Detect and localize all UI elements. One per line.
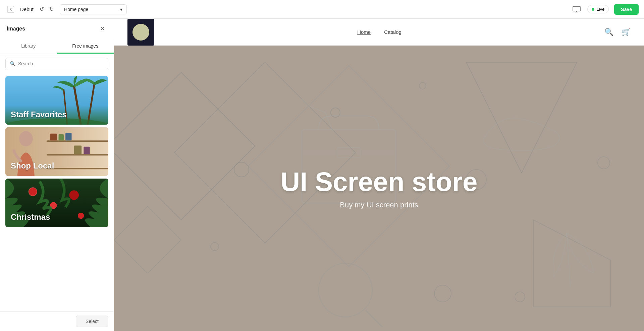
save-button[interactable]: Save <box>614 4 639 15</box>
desktop-icon[interactable] <box>571 4 582 15</box>
svg-rect-1 <box>573 6 580 11</box>
search-icon: 🔍 <box>10 61 15 66</box>
svg-rect-15 <box>84 147 90 154</box>
select-area: Select <box>0 311 114 331</box>
nav-link-catalog[interactable]: Catalog <box>384 29 401 35</box>
shop-local-label: Shop Local <box>11 161 54 171</box>
topbar-left: Debut ↺ ↻ Home page ▾ <box>5 4 127 15</box>
staff-favorites-label: Staff Favorites <box>11 110 67 119</box>
live-label: Live <box>596 7 604 12</box>
store-logo <box>127 19 154 46</box>
list-item[interactable]: Staff Favorites <box>5 76 108 125</box>
chevron-down-icon: ▾ <box>120 7 122 12</box>
svg-rect-14 <box>74 146 82 154</box>
svg-rect-13 <box>65 133 71 141</box>
svg-rect-12 <box>59 134 64 140</box>
store-nav-icons: 🔍 🛒 <box>604 28 631 37</box>
page-dropdown[interactable]: Home page ▾ <box>60 4 127 14</box>
topbar: Debut ↺ ↻ Home page ▾ Live Save <box>0 0 644 19</box>
page-dropdown-label: Home page <box>64 7 88 12</box>
list-item[interactable]: Christmas <box>5 179 108 227</box>
store-nav-links: Home Catalog <box>357 29 401 35</box>
preview-area: Home Catalog 🔍 🛒 <box>114 19 644 331</box>
tab-library[interactable]: Library <box>0 39 57 54</box>
svg-rect-11 <box>50 134 57 140</box>
search-box: 🔍 <box>5 58 108 69</box>
store-nav: Home Catalog 🔍 🛒 <box>114 19 644 46</box>
hero-subtitle: Buy my UI screen prints <box>281 201 478 209</box>
cart-icon[interactable]: 🛒 <box>622 28 631 37</box>
hero-section: UI Screen store Buy my UI screen prints <box>114 46 644 331</box>
select-button[interactable]: Select <box>76 316 108 327</box>
search-nav-icon[interactable]: 🔍 <box>604 28 613 37</box>
page-selector[interactable]: Home page ▾ <box>60 4 127 14</box>
undo-button[interactable]: ↺ <box>38 4 46 14</box>
svg-rect-8 <box>47 140 108 142</box>
search-input[interactable] <box>18 61 104 66</box>
back-button[interactable] <box>5 4 16 15</box>
live-badge[interactable]: Live <box>587 5 609 13</box>
redo-button[interactable]: ↻ <box>47 4 56 14</box>
close-button[interactable]: ✕ <box>98 24 107 34</box>
search-container: 🔍 <box>0 54 114 73</box>
tabs: Library Free images <box>0 39 114 54</box>
undo-redo-group: ↺ ↻ <box>38 4 56 14</box>
image-list: Staff Favorites <box>0 73 114 311</box>
svg-point-21 <box>69 190 79 200</box>
svg-rect-10 <box>47 168 108 169</box>
logo-image <box>132 24 149 41</box>
hero-title: UI Screen store <box>281 167 478 197</box>
tab-free-images[interactable]: Free images <box>57 39 114 54</box>
sidebar: Images ✕ Library Free images 🔍 <box>0 19 114 331</box>
topbar-right: Live Save <box>571 4 639 15</box>
christmas-label: Christmas <box>11 212 50 222</box>
svg-rect-0 <box>7 6 14 13</box>
svg-rect-9 <box>47 154 108 155</box>
app-title: Debut <box>20 6 34 12</box>
svg-point-16 <box>19 131 33 146</box>
hero-content: UI Screen store Buy my UI screen prints <box>281 167 478 209</box>
live-dot <box>592 8 594 11</box>
sidebar-header: Images ✕ <box>0 19 114 39</box>
list-item[interactable]: Shop Local <box>5 127 108 176</box>
sidebar-title: Images <box>7 26 25 32</box>
svg-point-22 <box>78 213 84 219</box>
nav-link-home[interactable]: Home <box>357 29 371 35</box>
main-area: Images ✕ Library Free images 🔍 <box>0 19 644 331</box>
